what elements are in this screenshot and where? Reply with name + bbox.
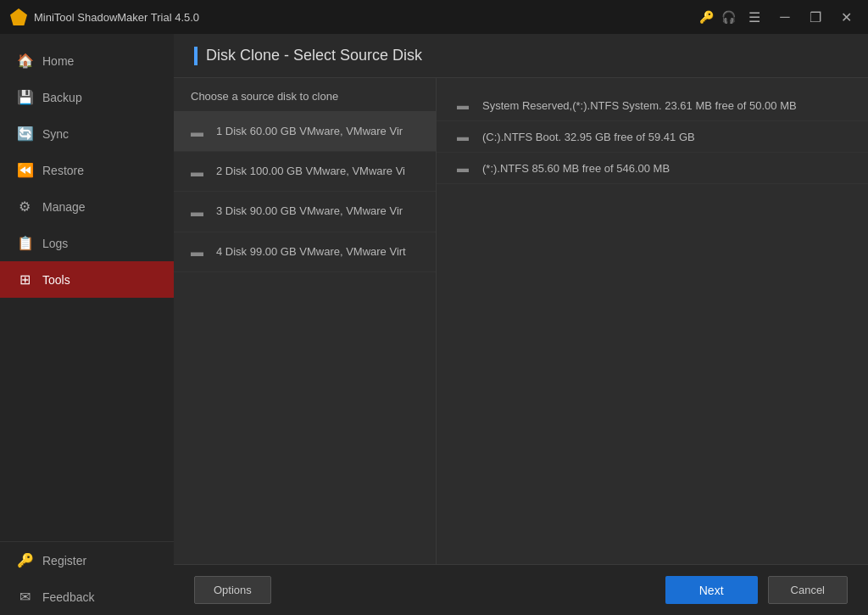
footer-right-buttons: Next Cancel	[665, 576, 848, 604]
sync-icon: 🔄	[17, 126, 32, 142]
sidebar-item-manage-label: Manage	[42, 200, 86, 214]
sidebar-item-tools-label: Tools	[42, 273, 70, 287]
content-area: Disk Clone - Select Source Disk Choose a…	[174, 34, 868, 615]
partition-icon-3: ▬	[457, 161, 472, 175]
tools-icon: ⊞	[17, 271, 32, 288]
app-body: 🏠 Home 💾 Backup 🔄 Sync ⏪ Restore ⚙ Manag…	[0, 34, 868, 615]
sidebar-bottom: 🔑 Register ✉ Feedback	[0, 541, 174, 615]
sidebar-item-backup[interactable]: 💾 Backup	[0, 79, 174, 115]
disk-icon-3: ▬	[191, 204, 206, 219]
disk-item-3[interactable]: ▬ 3 Disk 90.00 GB VMware, VMware Vir	[174, 192, 436, 232]
sidebar: 🏠 Home 💾 Backup 🔄 Sync ⏪ Restore ⚙ Manag…	[0, 34, 174, 615]
page-title: Disk Clone - Select Source Disk	[206, 47, 422, 64]
app-title: MiniTool ShadowMaker Trial 4.5.0	[34, 11, 199, 24]
backup-icon: 💾	[17, 89, 32, 105]
partition-icon-1: ▬	[457, 98, 472, 112]
partition-list: ▬ System Reserved,(*:).NTFS System. 23.6…	[437, 78, 868, 564]
sidebar-item-register[interactable]: 🔑 Register	[0, 542, 174, 579]
logs-icon: 📋	[17, 235, 32, 251]
source-disk-list: ▬ 1 Disk 60.00 GB VMware, VMware Vir ▬ 2…	[174, 112, 436, 564]
source-disk-panel: Choose a source disk to clone ▬ 1 Disk 6…	[174, 78, 437, 564]
content-header: Disk Clone - Select Source Disk	[174, 34, 868, 78]
menu-icon[interactable]: ☰	[743, 5, 766, 29]
sidebar-item-sync[interactable]: 🔄 Sync	[0, 115, 174, 152]
header-accent-bar	[194, 47, 198, 65]
titlebar-left: MiniTool ShadowMaker Trial 4.5.0	[10, 8, 199, 25]
next-button[interactable]: Next	[665, 576, 758, 604]
disk-icon-1: ▬	[191, 125, 206, 139]
sidebar-item-register-label: Register	[42, 554, 86, 567]
sidebar-item-logs[interactable]: 📋 Logs	[0, 225, 174, 261]
disk-item-4[interactable]: ▬ 4 Disk 99.00 GB VMware, VMware Virt	[174, 232, 436, 272]
disk-icon-2: ▬	[191, 165, 206, 179]
sidebar-item-restore-label: Restore	[42, 164, 84, 177]
register-icon: 🔑	[17, 552, 32, 568]
partition-item-3-label: (*:).NTFS 85.60 MB free of 546.00 MB	[482, 162, 670, 175]
partition-item-2: ▬ (C:).NTFS Boot. 32.95 GB free of 59.41…	[437, 121, 868, 153]
home-icon: 🏠	[17, 53, 32, 69]
sidebar-item-feedback[interactable]: ✉ Feedback	[0, 579, 174, 615]
sidebar-item-logs-label: Logs	[42, 237, 68, 250]
manage-icon: ⚙	[17, 198, 32, 215]
titlebar: MiniTool ShadowMaker Trial 4.5.0 🔑 🎧 ☰ ─…	[0, 0, 868, 34]
content-footer: Options Next Cancel	[174, 564, 868, 615]
partition-item-3: ▬ (*:).NTFS 85.60 MB free of 546.00 MB	[437, 153, 868, 184]
disk-item-1[interactable]: ▬ 1 Disk 60.00 GB VMware, VMware Vir	[174, 112, 436, 152]
close-button[interactable]: ✕	[834, 5, 858, 29]
titlebar-controls: 🔑 🎧 ☰ ─ ❐ ✕	[698, 5, 858, 29]
cancel-button[interactable]: Cancel	[768, 576, 848, 604]
headphones-icon[interactable]: 🎧	[721, 9, 736, 25]
partition-panel: ▬ System Reserved,(*:).NTFS System. 23.6…	[437, 78, 868, 564]
disk-item-4-label: 4 Disk 99.00 GB VMware, VMware Virt	[216, 244, 406, 260]
sidebar-item-sync-label: Sync	[42, 127, 69, 141]
sidebar-item-restore[interactable]: ⏪ Restore	[0, 152, 174, 188]
disk-icon-4: ▬	[191, 244, 206, 259]
clone-area: Choose a source disk to clone ▬ 1 Disk 6…	[174, 78, 868, 564]
partition-item-1-label: System Reserved,(*:).NTFS System. 23.61 …	[482, 99, 797, 112]
disk-item-2-label: 2 Disk 100.00 GB VMware, VMware Vi	[216, 164, 405, 179]
sidebar-item-manage[interactable]: ⚙ Manage	[0, 188, 174, 225]
options-button[interactable]: Options	[194, 576, 271, 604]
disk-panels: Choose a source disk to clone ▬ 1 Disk 6…	[174, 78, 868, 564]
disk-item-2[interactable]: ▬ 2 Disk 100.00 GB VMware, VMware Vi	[174, 152, 436, 192]
sidebar-item-tools[interactable]: ⊞ Tools	[0, 261, 174, 298]
app-logo-icon	[10, 8, 27, 25]
maximize-button[interactable]: ❐	[804, 5, 827, 29]
minimize-button[interactable]: ─	[773, 5, 797, 29]
partition-item-1: ▬ System Reserved,(*:).NTFS System. 23.6…	[437, 90, 868, 121]
sidebar-item-feedback-label: Feedback	[42, 590, 94, 604]
partition-item-2-label: (C:).NTFS Boot. 32.95 GB free of 59.41 G…	[482, 131, 695, 143]
disk-item-1-label: 1 Disk 60.00 GB VMware, VMware Vir	[216, 124, 403, 139]
disk-item-3-label: 3 Disk 90.00 GB VMware, VMware Vir	[216, 204, 403, 219]
feedback-icon: ✉	[17, 589, 32, 605]
key-icon[interactable]: 🔑	[698, 9, 714, 25]
sidebar-item-home-label: Home	[42, 54, 74, 68]
restore-icon: ⏪	[17, 162, 32, 178]
partition-icon-2: ▬	[457, 130, 472, 143]
sidebar-item-backup-label: Backup	[42, 91, 82, 104]
sidebar-item-home[interactable]: 🏠 Home	[0, 42, 174, 79]
source-panel-label: Choose a source disk to clone	[174, 78, 436, 112]
